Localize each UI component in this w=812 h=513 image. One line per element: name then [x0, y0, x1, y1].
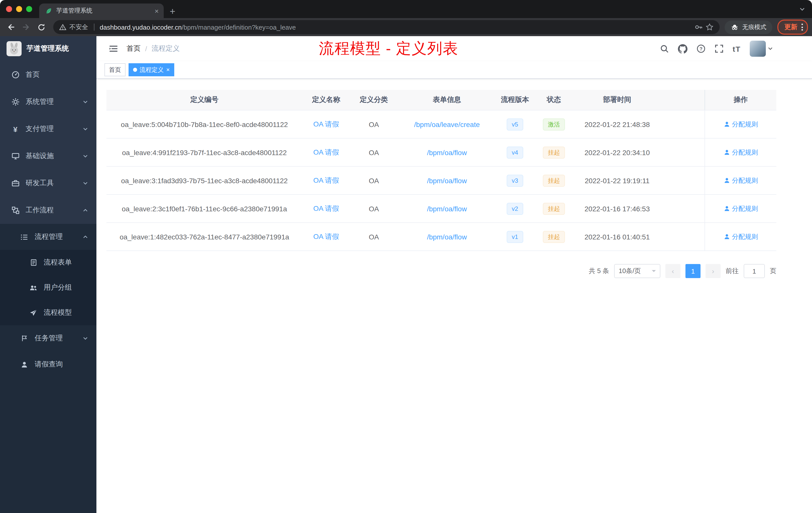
definition-name-link[interactable]: OA 请假	[313, 176, 339, 185]
font-size-icon[interactable]: tT	[733, 44, 741, 53]
security-warning-icon	[59, 24, 66, 31]
next-page-button[interactable]: ›	[705, 264, 721, 278]
forward-button[interactable]	[19, 20, 33, 34]
definition-category-cell: OA	[350, 195, 398, 222]
definition-name-link[interactable]: OA 请假	[313, 232, 339, 241]
bookmark-star-icon[interactable]	[705, 23, 714, 31]
incognito-spy-icon	[731, 23, 739, 31]
app-logo-rabbit-avatar	[6, 41, 22, 56]
version-badge: v3	[507, 175, 523, 186]
prev-page-button[interactable]: ‹	[665, 264, 680, 278]
definition-category-cell: OA	[350, 111, 398, 138]
page-1-button[interactable]: 1	[686, 264, 700, 278]
form-document-icon	[29, 259, 38, 266]
close-icon[interactable]: ×	[166, 67, 170, 73]
kebab-menu-icon[interactable]	[802, 24, 803, 31]
assign-rule-link[interactable]: 分配规则	[723, 232, 758, 241]
sidebar-item-leave-query[interactable]: 请假查询	[0, 351, 96, 378]
status-badge: 挂起	[543, 203, 565, 215]
search-icon[interactable]	[660, 44, 669, 53]
version-badge: v4	[507, 146, 523, 158]
column-header-deploy-time: 部署时间	[574, 90, 660, 110]
tag-home[interactable]: 首页	[105, 63, 125, 76]
annotation-title: 流程模型 - 定义列表	[319, 38, 458, 59]
sidebar-item-workflow[interactable]: 工作流程	[0, 197, 96, 224]
sidebar-item-process-model[interactable]: 流程模型	[0, 300, 96, 325]
chevron-up-icon	[82, 234, 88, 240]
avatar[interactable]	[750, 41, 766, 57]
definition-name-link[interactable]: OA 请假	[313, 148, 339, 157]
help-question-icon[interactable]: ?	[696, 44, 705, 53]
chevron-down-icon	[82, 335, 88, 341]
back-button[interactable]	[4, 20, 18, 34]
browser-tab[interactable]: 芋道管理系统 ×	[39, 3, 164, 18]
chevron-down-icon	[82, 180, 88, 186]
assign-rule-link[interactable]: 分配规则	[723, 148, 758, 157]
sidebar-item-system[interactable]: 系统管理	[0, 88, 96, 116]
sidebar-menu: 首页 系统管理 ¥ 支付管理	[0, 61, 96, 513]
assign-rule-link[interactable]: 分配规则	[723, 120, 758, 129]
address-bar[interactable]: 不安全 dashboard.yudao.iocoder.cn/bpm/manag…	[53, 20, 720, 34]
sidebar-item-infrastructure[interactable]: 基础设施	[0, 143, 96, 170]
new-tab-button[interactable]: +	[170, 6, 175, 16]
passwords-key-icon[interactable]	[695, 23, 702, 31]
goto-page-input[interactable]	[744, 264, 765, 278]
process-management-submenu: 流程表单 用户分组 流程模型	[0, 250, 96, 325]
assign-rule-link[interactable]: 分配规则	[723, 176, 758, 185]
deploy-time-cell: 2022-01-16 01:40:51	[574, 223, 660, 250]
minimize-window-button[interactable]	[16, 6, 22, 12]
sidebar-item-process-form[interactable]: 流程表单	[0, 250, 96, 275]
table-row: oa_leave:1:482ec033-762a-11ec-8477-a2380…	[107, 223, 776, 251]
status-badge: 挂起	[543, 175, 565, 186]
definition-name-link[interactable]: OA 请假	[313, 120, 339, 129]
hamburger-icon[interactable]	[105, 44, 122, 54]
user-menu[interactable]	[750, 41, 773, 57]
page-unit-label: 页	[770, 267, 776, 276]
definition-id-cell: oa_leave:3:1fad3d93-7b75-11ec-a3c8-acde4…	[107, 167, 302, 194]
workflow-submenu: 流程管理 流程表单	[0, 224, 96, 378]
deploy-time-cell: 2022-01-22 21:48:38	[574, 111, 660, 138]
zoom-window-button[interactable]	[26, 6, 32, 12]
sidebar-item-home[interactable]: 首页	[0, 61, 96, 88]
tab-search-chevron-icon[interactable]	[800, 6, 805, 12]
chevron-down-icon	[652, 270, 656, 274]
sidebar-item-payment[interactable]: ¥ 支付管理	[0, 116, 96, 143]
fullscreen-icon[interactable]	[715, 44, 724, 53]
page-size-select[interactable]: 10条/页	[614, 264, 660, 278]
tag-process-definition[interactable]: 流程定义 ×	[128, 63, 174, 76]
sidebar-item-user-group[interactable]: 用户分组	[0, 275, 96, 300]
assign-rule-link[interactable]: 分配规则	[723, 204, 758, 213]
sidebar-filler	[0, 378, 96, 513]
url-path: /bpm/manager/definition?key=oa_leave	[182, 23, 296, 31]
security-label: 不安全	[69, 23, 88, 31]
reload-button[interactable]	[34, 20, 48, 34]
form-info-link[interactable]: /bpm/oa/flow	[427, 233, 467, 241]
deploy-time-cell: 2022-01-22 20:34:10	[574, 139, 660, 166]
definition-category-cell: OA	[350, 223, 398, 250]
form-info-link[interactable]: /bpm/oa/flow	[427, 205, 467, 213]
definition-category-cell: OA	[350, 139, 398, 166]
user-icon	[723, 233, 730, 240]
page-container: 定义编号 定义名称 定义分类 表单信息 流程版本 状态 部署时间 操作 oa_l…	[96, 79, 812, 278]
github-icon[interactable]	[678, 44, 688, 54]
breadcrumb-separator: /	[145, 45, 147, 53]
yen-icon: ¥	[11, 125, 20, 133]
close-window-button[interactable]	[6, 6, 12, 12]
tab-close-icon[interactable]: ×	[154, 7, 160, 14]
dashboard-icon	[11, 71, 20, 79]
sidebar-item-process-management[interactable]: 流程管理	[0, 224, 96, 250]
definition-id-cell: oa_leave:5:004b710b-7b8a-11ec-8ef0-acde4…	[107, 111, 302, 138]
sidebar-item-task-management[interactable]: 任务管理	[0, 325, 96, 351]
form-info-link[interactable]: /bpm/oa/leave/create	[414, 120, 480, 128]
user-icon	[723, 149, 730, 156]
form-info-link[interactable]: /bpm/oa/flow	[427, 176, 467, 184]
definition-name-link[interactable]: OA 请假	[313, 204, 339, 213]
sidebar-item-devtools[interactable]: 研发工具	[0, 170, 96, 197]
sidebar-header: 芋道管理系统	[0, 36, 96, 61]
breadcrumb-home[interactable]: 首页	[126, 44, 141, 53]
monitor-icon	[11, 152, 20, 160]
column-header-name: 定义名称	[302, 90, 350, 110]
update-browser-button[interactable]: 更新	[777, 20, 808, 35]
form-info-link[interactable]: /bpm/oa/flow	[427, 148, 467, 156]
chevron-down-icon	[82, 153, 88, 159]
